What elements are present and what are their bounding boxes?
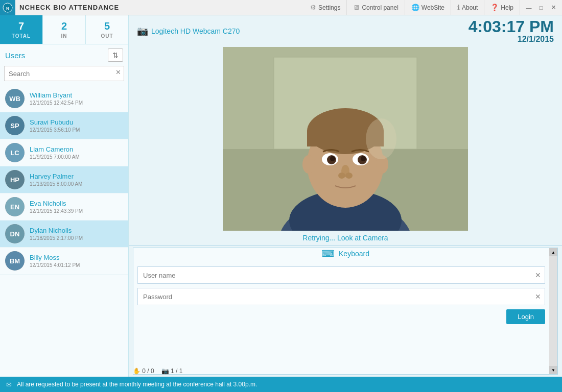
help-icon: ❓: [490, 4, 499, 11]
nav-help-label: Help: [501, 4, 513, 11]
stat-out[interactable]: 5 OUT: [86, 15, 128, 44]
user-item[interactable]: DNDylan Nicholls11/18/2015 2:17:00 PM: [0, 220, 128, 248]
scroll-up-button[interactable]: ▲: [549, 248, 557, 256]
login-button[interactable]: Login: [506, 309, 545, 324]
search-input[interactable]: [4, 66, 124, 81]
search-container: ✕: [0, 66, 128, 85]
nav-about[interactable]: ℹ About: [451, 0, 484, 15]
stat-in[interactable]: 2 IN: [43, 15, 86, 44]
camera-stats-icon: 📷: [161, 368, 169, 375]
scrollbar: ▲ ▼: [549, 248, 557, 374]
stat-total-value: 7: [0, 20, 42, 32]
user-info: William Bryant12/1/2015 12:42:54 PM: [30, 91, 123, 106]
face-svg: [223, 47, 468, 231]
user-item[interactable]: BMBilly Moss12/1/2015 4:01:12 PM: [0, 248, 128, 275]
bottom-indicators: ✋ 0 / 0 📷 1 / 1: [133, 368, 182, 375]
avatar: DN: [5, 224, 25, 243]
filter-icon: ⇅: [112, 51, 119, 59]
nav-about-label: About: [462, 4, 478, 11]
camera-indicator: 📷 1 / 1: [161, 368, 183, 375]
app-logo: N: [0, 0, 15, 15]
password-clear-button[interactable]: ✕: [535, 292, 541, 301]
username-input[interactable]: [137, 266, 545, 284]
user-info: Eva Nicholls12/1/2015 12:43:39 PM: [30, 200, 123, 214]
window-controls: — □ ✕: [520, 2, 562, 13]
username-clear-button[interactable]: ✕: [535, 271, 541, 279]
user-time: 11/9/2015 7:00:00 AM: [30, 154, 123, 160]
avatar: SP: [5, 116, 25, 135]
stat-total-label: TOTAL: [0, 33, 42, 39]
avatar: BM: [5, 251, 25, 271]
avatar: EN: [5, 197, 25, 216]
camera-label: 📷 Logitech HD Webcam C270: [137, 26, 240, 37]
sidebar: 7 TOTAL 2 IN 5 OUT Users ⇅ ✕ WBW: [0, 15, 129, 377]
user-item[interactable]: ENEva Nicholls12/1/2015 12:43:39 PM: [0, 193, 128, 220]
users-title: Users: [5, 51, 25, 60]
user-name: Eva Nicholls: [30, 200, 123, 207]
website-icon: 🌐: [411, 4, 419, 11]
svg-point-23: [366, 118, 396, 159]
stat-in-value: 2: [43, 20, 85, 32]
user-name: Liam Cameron: [30, 145, 123, 153]
user-name: Harvey Palmer: [30, 173, 123, 180]
user-item[interactable]: SPSuravi Pubudu12/1/2015 3:56:10 PM: [0, 112, 128, 139]
avatar: HP: [5, 170, 25, 189]
camera-device-name: Logitech HD Webcam C270: [151, 27, 240, 35]
main-layout: 7 TOTAL 2 IN 5 OUT Users ⇅ ✕ WBW: [0, 15, 562, 377]
search-clear-button[interactable]: ✕: [115, 68, 121, 76]
camera-stats: 1 / 1: [171, 368, 182, 375]
user-time: 12/1/2015 4:01:12 PM: [30, 262, 123, 268]
fingerprint-icon: ✋: [133, 368, 140, 375]
keyboard-icon: ⌨: [321, 248, 335, 259]
keyboard-label: Keyboard: [339, 250, 369, 258]
time-clock: 4:03:17 PM: [469, 18, 554, 35]
avatar: WB: [5, 89, 25, 108]
stats-row: 7 TOTAL 2 IN 5 OUT: [0, 15, 128, 44]
nav-settings[interactable]: ⚙ Settings: [304, 0, 347, 15]
statusbar-message: All are requested to be present at the m…: [17, 381, 257, 388]
nav-help[interactable]: ❓ Help: [484, 0, 520, 15]
nav-controlpanel[interactable]: 🖥 Control panel: [347, 0, 405, 15]
nav-website[interactable]: 🌐 WebSite: [405, 0, 451, 15]
close-button[interactable]: ✕: [548, 2, 559, 13]
avatar: LC: [5, 143, 25, 162]
camera-section: 📷 Logitech HD Webcam C270 4:03:17 PM 12/…: [129, 15, 562, 246]
maximize-button[interactable]: □: [535, 2, 547, 13]
user-info: Dylan Nicholls11/18/2015 2:17:00 PM: [30, 227, 123, 241]
camera-icon: 📷: [137, 26, 148, 37]
app-title: NCHECK BIO ATTENDANCE: [15, 4, 304, 11]
camera-header: 📷 Logitech HD Webcam C270 4:03:17 PM 12/…: [129, 15, 562, 47]
nav-controlpanel-label: Control panel: [362, 4, 398, 11]
users-header: Users ⇅: [0, 44, 128, 66]
user-time: 12/1/2015 3:56:10 PM: [30, 127, 123, 133]
user-item[interactable]: HPHarvey Palmer11/13/2015 8:00:00 AM: [0, 166, 128, 193]
stat-out-label: OUT: [86, 33, 128, 39]
login-section: ⌨ Keyboard ▲ ▼ ✕ ✕: [129, 246, 562, 377]
user-time: 12/1/2015 12:42:54 PM: [30, 100, 123, 106]
user-info: Harvey Palmer11/13/2015 8:00:00 AM: [30, 173, 123, 187]
stat-out-value: 5: [86, 20, 128, 32]
about-icon: ℹ: [457, 4, 460, 11]
user-item[interactable]: LCLiam Cameron11/9/2015 7:00:00 AM: [0, 139, 128, 166]
user-item[interactable]: WBWilliam Bryant12/1/2015 12:42:54 PM: [0, 85, 128, 112]
time-date: 12/1/2015: [469, 35, 554, 44]
settings-icon: ⚙: [310, 4, 316, 11]
statusbar: ✉ All are requested to be present at the…: [0, 377, 562, 392]
password-row: ✕: [137, 288, 545, 305]
svg-point-12: [302, 155, 315, 174]
user-time: 11/13/2015 8:00:00 AM: [30, 181, 123, 187]
svg-point-21: [338, 173, 345, 179]
nav-menu: ⚙ Settings 🖥 Control panel 🌐 WebSite ℹ A…: [304, 0, 520, 15]
user-info: Liam Cameron11/9/2015 7:00:00 AM: [30, 145, 123, 160]
filter-button[interactable]: ⇅: [108, 48, 123, 62]
user-name: Dylan Nicholls: [30, 227, 123, 234]
stat-total[interactable]: 7 TOTAL: [0, 15, 43, 44]
mail-icon: ✉: [6, 381, 12, 388]
username-row: ✕: [137, 266, 545, 284]
titlebar: N NCHECK BIO ATTENDANCE ⚙ Settings 🖥 Con…: [0, 0, 562, 15]
minimize-button[interactable]: —: [523, 2, 534, 13]
scroll-down-button[interactable]: ▼: [549, 366, 557, 374]
user-name: Billy Moss: [30, 254, 123, 261]
password-input[interactable]: [137, 288, 545, 305]
fingerprint-indicator: ✋ 0 / 0: [133, 368, 154, 375]
